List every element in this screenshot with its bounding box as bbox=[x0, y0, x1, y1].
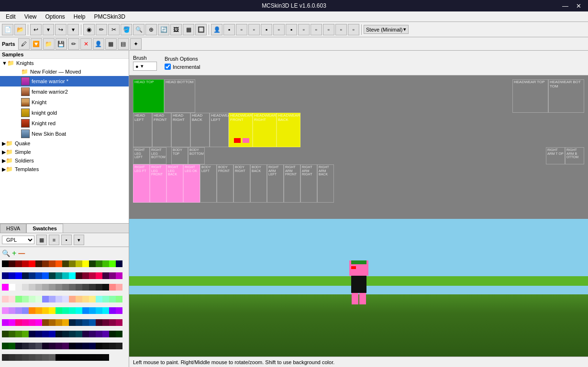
color-swatch[interactable] bbox=[42, 260, 49, 267]
color-swatch[interactable] bbox=[82, 260, 89, 267]
color-swatch[interactable] bbox=[35, 343, 42, 349]
color-swatch[interactable] bbox=[15, 331, 22, 337]
color-swatch[interactable] bbox=[89, 319, 96, 326]
close-button[interactable]: ✕ bbox=[573, 2, 584, 10]
knight-gold-item[interactable]: knight gold bbox=[0, 108, 129, 118]
color-swatch[interactable] bbox=[35, 331, 42, 337]
menu-pmcskin3d[interactable]: PMCSkin3D bbox=[90, 12, 129, 21]
color-swatch[interactable] bbox=[49, 343, 55, 349]
minimize-button[interactable]: — bbox=[559, 2, 571, 10]
rotate-btn[interactable]: 🔄 bbox=[158, 24, 169, 35]
gpl-dropdown[interactable]: GPL Custom bbox=[2, 236, 34, 244]
right-leg-front-cell[interactable]: RIGHT LEG FRONT bbox=[150, 164, 166, 203]
color-swatch[interactable] bbox=[102, 260, 109, 267]
color-swatch[interactable] bbox=[9, 296, 15, 302]
color-swatch[interactable] bbox=[42, 343, 49, 349]
color-swatch[interactable] bbox=[82, 284, 89, 291]
color-swatch[interactable] bbox=[96, 272, 102, 279]
color-swatch[interactable] bbox=[22, 331, 29, 337]
color-swatch[interactable] bbox=[96, 284, 102, 291]
color-swatch[interactable] bbox=[69, 331, 76, 337]
knight-red-item[interactable]: Knight red bbox=[0, 118, 129, 129]
color-swatch[interactable] bbox=[42, 331, 49, 337]
color-swatch[interactable] bbox=[102, 354, 109, 361]
quake-header[interactable]: ▶ 📁 Quake bbox=[0, 139, 129, 148]
color-swatch[interactable] bbox=[9, 260, 15, 267]
color-swatch[interactable] bbox=[35, 319, 42, 326]
templates-header[interactable]: ▶ 📁 Templates bbox=[0, 165, 129, 173]
color-swatch[interactable] bbox=[102, 343, 109, 349]
color-swatch[interactable] bbox=[116, 343, 122, 349]
color-swatch[interactable] bbox=[62, 354, 69, 361]
view-btn[interactable]: ◉ bbox=[83, 24, 95, 35]
color-swatch[interactable] bbox=[82, 354, 89, 361]
color-swatch[interactable] bbox=[2, 319, 9, 326]
color-swatch[interactable] bbox=[29, 354, 35, 361]
color-swatch[interactable] bbox=[69, 284, 76, 291]
color-swatch[interactable] bbox=[55, 296, 62, 302]
undo-btn[interactable]: ↩ bbox=[30, 24, 42, 35]
color-swatch[interactable] bbox=[9, 331, 15, 337]
color-swatch[interactable] bbox=[109, 296, 116, 302]
color-swatch[interactable] bbox=[9, 307, 15, 314]
leg-btn[interactable]: ▪ bbox=[261, 24, 272, 35]
color-swatch[interactable] bbox=[82, 331, 89, 337]
color-swatch[interactable] bbox=[55, 343, 62, 349]
color-swatch[interactable] bbox=[2, 354, 9, 361]
parts-grid-btn[interactable]: ▦ bbox=[105, 38, 117, 50]
color-swatch[interactable] bbox=[15, 296, 22, 302]
color-swatch[interactable] bbox=[69, 319, 76, 326]
right-arm-bottom-cell[interactable]: RIGHT ARM B OTTOM bbox=[565, 147, 584, 164]
pencil-btn[interactable]: ✏ bbox=[96, 24, 107, 35]
color-swatch[interactable] bbox=[15, 260, 22, 267]
color-swatch[interactable] bbox=[116, 331, 122, 337]
headwear-left-cell[interactable]: HEADWEAR LEFT bbox=[210, 113, 229, 147]
color-swatch[interactable] bbox=[42, 272, 49, 279]
right-leg-left-cell[interactable]: RIGHT LEG LEFT bbox=[133, 147, 150, 164]
menu-view[interactable]: View bbox=[21, 12, 41, 21]
color-swatch[interactable] bbox=[9, 272, 15, 279]
right-leg-bottom-cell[interactable]: RIGHT LEG BOTTOM bbox=[150, 147, 166, 164]
color-swatch[interactable] bbox=[109, 272, 116, 279]
color-swatch[interactable] bbox=[69, 296, 76, 302]
parts-special-btn[interactable]: ✦ bbox=[130, 38, 142, 50]
color-swatch[interactable] bbox=[15, 354, 22, 361]
color-swatch[interactable] bbox=[116, 260, 122, 267]
right-arm-left-cell[interactable]: RIGHT ARM LEFT bbox=[267, 164, 284, 203]
head-btn[interactable]: 👤 bbox=[211, 24, 222, 35]
parts-person-btn[interactable]: 👤 bbox=[93, 38, 104, 50]
color-swatch[interactable] bbox=[42, 307, 49, 314]
color-swatch[interactable] bbox=[89, 260, 96, 267]
color-swatch[interactable] bbox=[49, 272, 55, 279]
body-back-cell[interactable]: BODY BACK bbox=[250, 164, 267, 203]
color-swatch[interactable] bbox=[109, 331, 116, 337]
head-front-cell[interactable]: HEAD FRONT bbox=[152, 113, 171, 147]
brush-selector[interactable]: ● ▾ bbox=[133, 62, 157, 71]
color-swatch[interactable] bbox=[2, 260, 9, 267]
color-swatch[interactable] bbox=[29, 331, 35, 337]
color-swatch[interactable] bbox=[96, 331, 102, 337]
parts-save-btn[interactable]: 💾 bbox=[55, 38, 67, 50]
color-swatch[interactable] bbox=[89, 307, 96, 314]
color-swatch[interactable] bbox=[96, 260, 102, 267]
color-swatch[interactable] bbox=[15, 307, 22, 314]
color-swatch[interactable] bbox=[49, 284, 55, 291]
new-skin-boat-item[interactable]: New Skin Boat bbox=[0, 129, 129, 139]
color-swatch[interactable] bbox=[69, 272, 76, 279]
color-swatch[interactable] bbox=[35, 354, 42, 361]
color-swatch[interactable] bbox=[49, 319, 55, 326]
color-swatch[interactable] bbox=[35, 272, 42, 279]
color-swatch[interactable] bbox=[102, 296, 109, 302]
color-swatch[interactable] bbox=[62, 331, 69, 337]
color-swatch[interactable] bbox=[49, 307, 55, 314]
color-swatch[interactable] bbox=[22, 307, 29, 314]
color-swatch[interactable] bbox=[2, 307, 9, 314]
body-bottom-cell[interactable]: BODY BOTTOM bbox=[188, 147, 205, 164]
female-warrior-item[interactable]: female warrior * bbox=[0, 76, 129, 86]
menu-edit[interactable]: Edit bbox=[2, 12, 20, 21]
color-swatch[interactable] bbox=[22, 296, 29, 302]
color-swatch[interactable] bbox=[42, 296, 49, 302]
color-swatch[interactable] bbox=[76, 260, 82, 267]
color-swatch[interactable] bbox=[62, 284, 69, 291]
color-swatch[interactable] bbox=[102, 307, 109, 314]
